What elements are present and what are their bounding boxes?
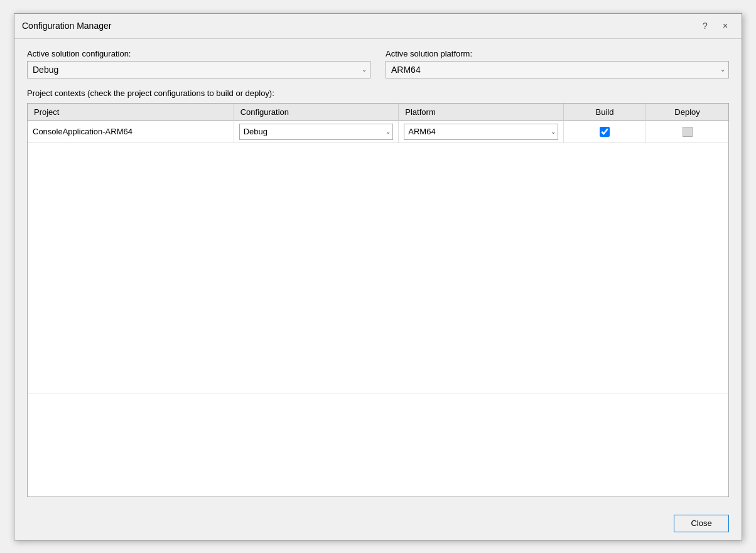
title-bar-buttons: ? × [696,17,734,35]
cell-config: Debug Release ⌄ [234,121,399,142]
dialog-footer: Close [14,507,742,540]
project-table-container: Project Configuration Platform Build Dep… [27,103,729,497]
row-platform-select[interactable]: ARM64 x64 x86 [404,124,558,140]
solution-config-select-wrapper: Debug Release ⌄ [27,61,370,78]
col-header-build: Build [563,104,645,121]
table-header-row: Project Configuration Platform Build Dep… [28,104,728,121]
help-button[interactable]: ? [696,17,714,35]
cell-project-name: ConsoleApplication-ARM64 [28,121,234,142]
empty-cell [28,142,728,394]
dialog-content: Active solution configuration: Debug Rel… [14,39,742,507]
build-checkbox[interactable] [600,127,610,137]
solution-platform-select-wrapper: ARM64 x64 x86 ⌄ [386,61,729,78]
cell-build [563,121,645,142]
project-table: Project Configuration Platform Build Dep… [28,104,728,394]
table-row: ConsoleApplication-ARM64 Debug Release ⌄ [28,121,728,142]
deploy-checkbox-container [651,127,723,137]
solution-config-select[interactable]: Debug Release [27,61,370,78]
col-header-platform: Platform [399,104,564,121]
config-select-wrapper: Debug Release ⌄ [239,124,394,140]
close-dialog-button[interactable]: Close [674,515,729,532]
col-header-project: Project [28,104,234,121]
window-close-button[interactable]: × [716,17,734,35]
platform-select-wrapper: ARM64 x64 x86 ⌄ [404,124,558,140]
solution-config-label: Active solution configuration: [27,49,370,58]
solution-platform-label: Active solution platform: [386,49,729,58]
top-form-row: Active solution configuration: Debug Rel… [27,49,729,78]
cell-deploy [646,121,728,142]
col-header-deploy: Deploy [646,104,728,121]
empty-space-row [28,142,728,394]
title-bar-left: Configuration Manager [22,21,111,31]
deploy-checkbox-disabled [683,127,693,137]
build-checkbox-container [569,127,640,137]
col-header-configuration: Configuration [234,104,399,121]
project-contexts-label: Project contexts (check the project conf… [27,89,729,98]
solution-platform-select[interactable]: ARM64 x64 x86 [386,61,729,78]
configuration-manager-dialog: Configuration Manager ? × Active solutio… [14,13,742,540]
cell-platform: ARM64 x64 x86 ⌄ [399,121,564,142]
solution-platform-group: Active solution platform: ARM64 x64 x86 … [386,49,729,78]
row-config-select[interactable]: Debug Release [239,124,394,140]
dialog-title: Configuration Manager [22,21,111,31]
title-bar: Configuration Manager ? × [14,14,742,39]
solution-config-group: Active solution configuration: Debug Rel… [27,49,370,78]
